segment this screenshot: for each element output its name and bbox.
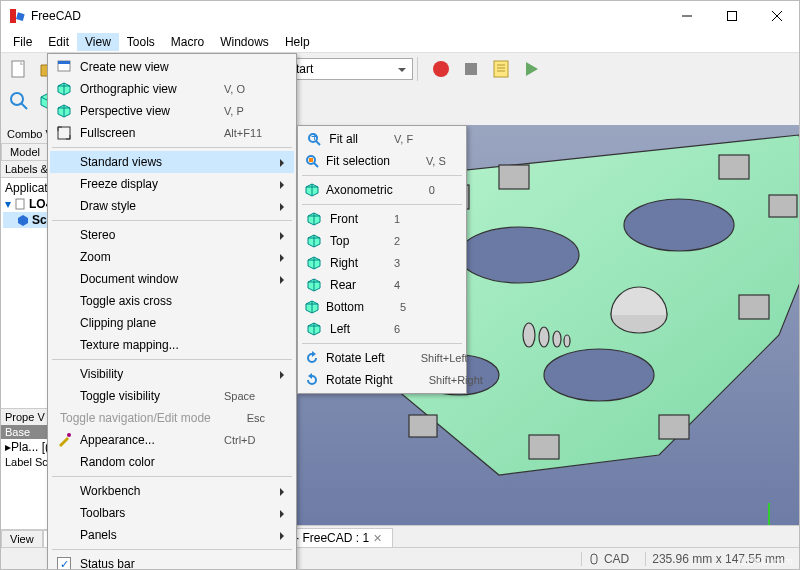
maximize-button[interactable] bbox=[709, 1, 754, 31]
view-menu-toggle-navigation-edit-mode[interactable]: Toggle navigation/Edit modeEsc bbox=[50, 407, 294, 429]
shortcut-label: 5 bbox=[400, 301, 450, 313]
view-menu-status-bar[interactable]: ✓Status bar bbox=[50, 553, 294, 570]
view-menu-perspective-view[interactable]: Perspective viewV, P bbox=[50, 100, 294, 122]
stdview-axonometric[interactable]: Axonometric0 bbox=[300, 179, 464, 201]
svg-text:+: + bbox=[311, 131, 318, 144]
view-menu-draw-style[interactable]: Draw style bbox=[50, 195, 294, 217]
tb-macro-record-icon[interactable] bbox=[427, 55, 455, 83]
app-title: FreeCAD bbox=[31, 9, 664, 23]
menu-item-label: Rotate Left bbox=[326, 351, 415, 365]
menu-item-label: Standard views bbox=[80, 155, 274, 169]
menu-tools[interactable]: Tools bbox=[119, 33, 163, 51]
submenu-arrow-icon bbox=[280, 488, 288, 496]
view-menu-toggle-visibility[interactable]: Toggle visibilitySpace bbox=[50, 385, 294, 407]
view-menu-toolbars[interactable]: Toolbars bbox=[50, 502, 294, 524]
shortcut-label: 1 bbox=[394, 213, 444, 225]
shortcut-label: V, F bbox=[394, 133, 444, 145]
model-tab[interactable]: Model bbox=[1, 143, 49, 160]
svg-rect-44 bbox=[739, 295, 769, 319]
svg-marker-95 bbox=[308, 373, 312, 379]
view-menu-appearance-[interactable]: Appearance...Ctrl+D bbox=[50, 429, 294, 451]
menu-macro[interactable]: Macro bbox=[163, 33, 212, 51]
menu-item-label: Right bbox=[330, 256, 388, 270]
submenu-arrow-icon bbox=[280, 276, 288, 284]
view-menu-panels[interactable]: Panels bbox=[50, 524, 294, 546]
view-menu-standard-views[interactable]: Standard views bbox=[50, 151, 294, 173]
svg-rect-46 bbox=[529, 435, 559, 459]
svg-rect-47 bbox=[409, 415, 437, 437]
svg-point-53 bbox=[564, 335, 570, 347]
view-menu-zoom[interactable]: Zoom bbox=[50, 246, 294, 268]
view-menu-texture-mapping-[interactable]: Texture mapping... bbox=[50, 334, 294, 356]
tb-macro-stop-icon[interactable] bbox=[457, 55, 485, 83]
shortcut-label: 3 bbox=[394, 257, 444, 269]
view-menu-fullscreen[interactable]: FullscreenAlt+F11 bbox=[50, 122, 294, 144]
tb-new-icon[interactable] bbox=[5, 55, 33, 83]
menu-item-label: Fit selection bbox=[326, 154, 420, 168]
menu-item-label: Bottom bbox=[326, 300, 394, 314]
shortcut-label: Shift+Left bbox=[421, 352, 471, 364]
menu-edit[interactable]: Edit bbox=[40, 33, 77, 51]
stdview-bottom[interactable]: Bottom5 bbox=[300, 296, 464, 318]
close-icon[interactable]: ✕ bbox=[373, 532, 382, 545]
minimize-button[interactable] bbox=[664, 1, 709, 31]
shortcut-label: 2 bbox=[394, 235, 444, 247]
svg-rect-0 bbox=[10, 9, 16, 23]
stdview-left[interactable]: Left6 bbox=[300, 318, 464, 340]
menu-windows[interactable]: Windows bbox=[212, 33, 277, 51]
menu-view[interactable]: View bbox=[77, 33, 119, 51]
stdview-rotate-left[interactable]: Rotate LeftShift+Left bbox=[300, 347, 464, 369]
submenu-arrow-icon bbox=[280, 510, 288, 518]
shortcut-label: V, P bbox=[224, 105, 274, 117]
svg-point-51 bbox=[539, 327, 549, 347]
nav-style-indicator[interactable]: CAD bbox=[581, 552, 635, 566]
menu-item-label: Rear bbox=[330, 278, 388, 292]
close-button[interactable] bbox=[754, 1, 799, 31]
stdview-top[interactable]: Top2 bbox=[300, 230, 464, 252]
tb-macro-list-icon[interactable] bbox=[487, 55, 515, 83]
doc-icon bbox=[14, 198, 26, 210]
view-menu-clipping-plane[interactable]: Clipping plane bbox=[50, 312, 294, 334]
view-menu-random-color[interactable]: Random color bbox=[50, 451, 294, 473]
tb-fit-all-icon[interactable] bbox=[5, 87, 33, 115]
menu-file[interactable]: File bbox=[5, 33, 40, 51]
stdview-fit-selection[interactable]: Fit selectionV, S bbox=[300, 150, 464, 172]
svg-rect-3 bbox=[727, 12, 736, 21]
menu-item-label: Visibility bbox=[80, 367, 274, 381]
view-menu-create-new-view[interactable]: Create new view bbox=[50, 56, 294, 78]
svg-rect-65 bbox=[58, 127, 70, 139]
rotate-left-icon bbox=[304, 350, 320, 366]
stdview-right[interactable]: Right3 bbox=[300, 252, 464, 274]
menu-help[interactable]: Help bbox=[277, 33, 318, 51]
cube-icon bbox=[304, 277, 324, 293]
stdview-front[interactable]: Front1 bbox=[300, 208, 464, 230]
stdview-fit-all[interactable]: +Fit allV, F bbox=[300, 128, 464, 150]
view-menu-toggle-axis-cross[interactable]: Toggle axis cross bbox=[50, 290, 294, 312]
svg-rect-17 bbox=[465, 63, 477, 75]
titlebar: FreeCAD bbox=[1, 1, 799, 31]
svg-rect-100 bbox=[591, 554, 597, 564]
svg-rect-43 bbox=[769, 195, 797, 217]
fullscreen-icon bbox=[54, 125, 74, 141]
menu-item-label: Toggle navigation/Edit mode bbox=[60, 411, 241, 425]
stdview-rear[interactable]: Rear4 bbox=[300, 274, 464, 296]
shortcut-label: Space bbox=[224, 390, 274, 402]
stdview-rotate-right[interactable]: Rotate RightShift+Right bbox=[300, 369, 464, 391]
view-menu-freeze-display[interactable]: Freeze display bbox=[50, 173, 294, 195]
prop-view-tab[interactable]: View bbox=[1, 530, 43, 547]
view-menu-workbench[interactable]: Workbench bbox=[50, 480, 294, 502]
submenu-arrow-icon bbox=[280, 254, 288, 262]
cube-icon bbox=[304, 182, 320, 198]
svg-point-52 bbox=[553, 331, 561, 347]
view-menu-document-window[interactable]: Document window bbox=[50, 268, 294, 290]
view-menu-orthographic-view[interactable]: Orthographic viewV, O bbox=[50, 78, 294, 100]
tb-macro-run-icon[interactable] bbox=[517, 55, 545, 83]
view-menu-visibility[interactable]: Visibility bbox=[50, 363, 294, 385]
menu-item-label: Panels bbox=[80, 528, 274, 542]
rotate-right-icon bbox=[304, 372, 320, 388]
view-menu-stereo[interactable]: Stereo bbox=[50, 224, 294, 246]
menu-item-label: Texture mapping... bbox=[80, 338, 274, 352]
new-view-icon bbox=[54, 59, 74, 75]
svg-point-38 bbox=[544, 349, 654, 401]
svg-rect-42 bbox=[719, 155, 749, 179]
